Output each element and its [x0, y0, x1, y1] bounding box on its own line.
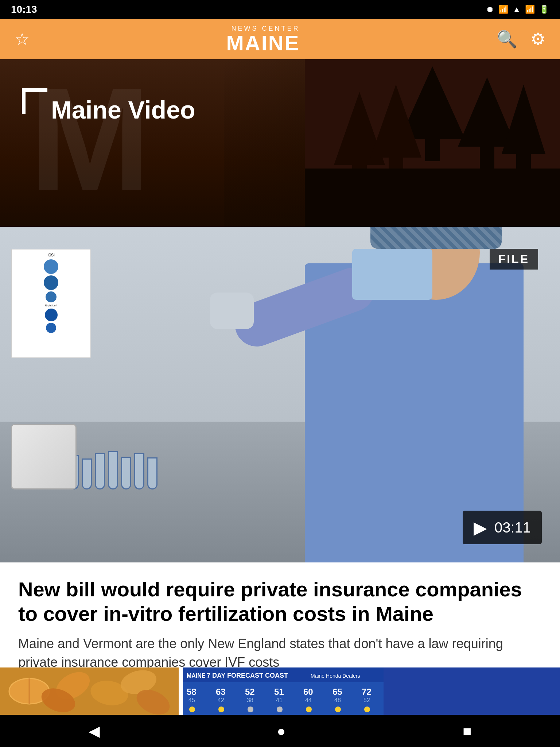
- card-forecast[interactable]: MAINE 7 DAY FORECAST COAST Maine Honda D…: [183, 667, 560, 715]
- svg-text:65: 65: [332, 687, 342, 697]
- svg-point-47: [248, 707, 253, 712]
- app-logo: NEWS CENTER MAINE: [226, 25, 300, 54]
- back-button[interactable]: ◀: [89, 723, 100, 739]
- article-title[interactable]: New bill would require private insurance…: [18, 577, 542, 626]
- svg-text:44: 44: [305, 697, 312, 703]
- hero-logo-mark: [22, 88, 47, 114]
- svg-rect-16: [305, 169, 560, 227]
- search-icon[interactable]: 🔍: [497, 29, 517, 49]
- svg-text:42: 42: [218, 697, 224, 703]
- record-icon: ⏺: [486, 5, 494, 14]
- svg-text:Maine Honda Dealers: Maine Honda Dealers: [311, 673, 360, 679]
- status-bar: 10:13 ⏺ 📶 ▲ 📶 🔋: [0, 0, 560, 19]
- video-duration: 03:11: [494, 519, 531, 536]
- svg-text:51: 51: [274, 687, 284, 697]
- svg-text:72: 72: [362, 687, 372, 697]
- logo-main: MAINE: [226, 32, 300, 54]
- svg-text:58: 58: [187, 687, 197, 697]
- trees-container: [305, 59, 560, 227]
- hero-section-title: Maine Video: [51, 96, 195, 124]
- bottom-cards: MAINE 7 DAY FORECAST COAST Maine Honda D…: [0, 667, 560, 715]
- svg-text:63: 63: [216, 687, 226, 697]
- svg-text:38: 38: [247, 697, 253, 703]
- svg-text:7 DAY FORECAST COAST: 7 DAY FORECAST COAST: [207, 672, 288, 679]
- lab-equipment-box: [11, 424, 77, 489]
- worker-glove: [210, 293, 254, 329]
- status-time: 10:13: [11, 4, 37, 15]
- play-icon: ▶: [474, 517, 487, 538]
- card-thumbnail-left[interactable]: [0, 667, 179, 715]
- video-section[interactable]: ICSI Right Left: [0, 227, 560, 562]
- svg-point-46: [218, 707, 224, 712]
- svg-point-51: [364, 707, 370, 712]
- card-gap: [179, 667, 182, 715]
- settings-icon[interactable]: ⚙: [530, 29, 545, 49]
- favorites-button[interactable]: ☆: [15, 29, 30, 49]
- recents-button[interactable]: ■: [463, 723, 471, 739]
- wifi-icon: ▲: [513, 5, 521, 14]
- android-nav-bar: ◀ ● ■: [0, 715, 560, 747]
- svg-point-48: [277, 707, 283, 712]
- worker-hat: [370, 227, 502, 249]
- svg-text:60: 60: [303, 687, 313, 697]
- svg-point-45: [189, 707, 195, 712]
- signal-icon: 📶: [525, 5, 535, 14]
- article-section: New bill would require private insurance…: [0, 562, 560, 682]
- svg-text:45: 45: [188, 697, 195, 703]
- lab-poster: ICSI Right Left: [11, 249, 91, 358]
- svg-text:52: 52: [363, 697, 370, 703]
- article-description: Maine and Vermont are the only New Engla…: [18, 635, 542, 671]
- play-overlay[interactable]: ▶ 03:11: [463, 511, 542, 544]
- svg-text:MAINE: MAINE: [187, 673, 206, 679]
- video-thumbnail[interactable]: ICSI Right Left: [0, 227, 560, 562]
- hero-section: M: [0, 59, 560, 227]
- svg-point-50: [335, 707, 341, 712]
- hat-pattern: [370, 227, 502, 249]
- svg-text:52: 52: [245, 687, 255, 697]
- svg-text:41: 41: [276, 697, 283, 703]
- status-icons: ⏺ 📶 ▲ 📶 🔋: [486, 5, 549, 14]
- worker-mask: [352, 249, 432, 300]
- svg-text:48: 48: [334, 697, 341, 703]
- battery-icon: 🔋: [539, 5, 549, 14]
- header-actions: 🔍 ⚙: [497, 29, 545, 49]
- svg-rect-6: [480, 139, 494, 169]
- sim-icon: 📶: [498, 5, 508, 14]
- home-button[interactable]: ●: [277, 723, 285, 739]
- file-badge: FILE: [490, 249, 538, 270]
- svg-point-49: [306, 707, 312, 712]
- svg-rect-3: [425, 132, 440, 161]
- header: ☆ NEWS CENTER MAINE 🔍 ⚙: [0, 19, 560, 59]
